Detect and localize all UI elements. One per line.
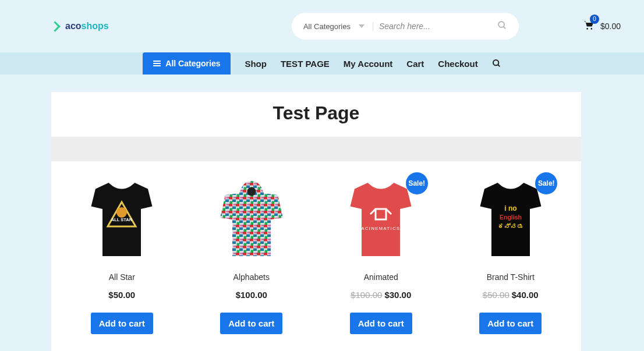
nav-search-icon[interactable] [492, 52, 501, 75]
filter-band [51, 137, 581, 161]
svg-point-2 [586, 28, 588, 30]
product-name[interactable]: Alphabets [190, 272, 313, 282]
product-image[interactable] [206, 174, 296, 264]
logo-mark-icon [52, 22, 62, 31]
product-image[interactable]: Sale! ACINEMATICS [336, 174, 426, 264]
nav-link-cart[interactable]: Cart [406, 52, 424, 75]
product-card: Sale! i no English ಕನ್ನಡ Brand T-Shirt $… [450, 174, 572, 334]
nav-link-shop[interactable]: Shop [245, 52, 267, 75]
search-icon[interactable] [497, 20, 507, 33]
product-price: $50.00$40.00 [450, 290, 572, 300]
add-to-cart-button[interactable]: Add to cart [91, 313, 153, 334]
nav-all-label: All Categories [165, 59, 220, 68]
svg-text:ACINEMATICS: ACINEMATICS [362, 226, 401, 231]
svg-point-0 [498, 22, 504, 27]
category-select[interactable]: All Categories [303, 22, 373, 31]
product-grid: ALL STAR All Star $50.00 Add to cart [51, 161, 581, 334]
site-logo[interactable]: acoshops [52, 21, 109, 31]
add-to-cart-button[interactable]: Add to cart [479, 313, 542, 334]
page-title: Test Page [51, 92, 581, 137]
product-name[interactable]: All Star [61, 272, 183, 282]
svg-text:ALL STAR: ALL STAR [111, 217, 133, 222]
product-price: $100.00 [190, 290, 313, 300]
add-to-cart-button[interactable]: Add to cart [220, 313, 282, 334]
product-price: $100.00$30.00 [320, 290, 443, 300]
search-input[interactable] [379, 22, 491, 31]
add-to-cart-button[interactable]: Add to cart [350, 313, 412, 334]
product-image[interactable]: Sale! i no English ಕನ್ನಡ [465, 174, 555, 264]
sale-badge: Sale! [535, 172, 557, 194]
content-card: Test Page ALL STAR All Star $50.00 Add [51, 92, 581, 351]
product-image[interactable]: ALL STAR [77, 174, 167, 264]
svg-point-4 [493, 60, 498, 65]
cart-count-badge: 0 [590, 15, 599, 24]
svg-text:i no: i no [504, 204, 516, 212]
cart-total: $0.00 [600, 22, 621, 31]
nav-link-checkout[interactable]: Checkout [438, 52, 477, 75]
hamburger-icon [153, 61, 161, 66]
main-nav: All Categories Shop TEST PAGE My Account… [0, 52, 644, 75]
svg-point-15 [247, 187, 256, 196]
product-card: ALL STAR All Star $50.00 Add to cart [61, 174, 183, 334]
svg-line-1 [504, 26, 506, 29]
top-bar: acoshops All Categories 0 $0.00 [0, 0, 644, 52]
nav-all-categories[interactable]: All Categories [143, 52, 231, 75]
svg-text:ಕನ್ನಡ: ಕನ್ನಡ [497, 222, 523, 229]
svg-point-7 [116, 207, 127, 218]
product-name[interactable]: Animated [320, 272, 443, 282]
product-price: $50.00 [61, 290, 183, 300]
product-name[interactable]: Brand T-Shirt [450, 272, 572, 282]
product-card: Sale! ACINEMATICS Animated $100.00$30.00… [320, 174, 443, 334]
svg-text:English: English [500, 214, 522, 221]
sale-badge: Sale! [406, 172, 428, 194]
mini-cart[interactable]: 0 $0.00 [583, 20, 621, 33]
logo-text: acoshops [65, 21, 109, 31]
product-card: Alphabets $100.00 Add to cart [190, 174, 313, 334]
chevron-down-icon [359, 24, 365, 28]
search-bar: All Categories [292, 13, 519, 40]
page-content: Test Page ALL STAR All Star $50.00 Add [0, 75, 644, 351]
svg-line-5 [498, 65, 500, 66]
category-select-label: All Categories [303, 22, 351, 31]
svg-point-3 [590, 28, 592, 30]
nav-link-my-account[interactable]: My Account [344, 52, 392, 75]
nav-link-test-page[interactable]: TEST PAGE [281, 52, 330, 75]
